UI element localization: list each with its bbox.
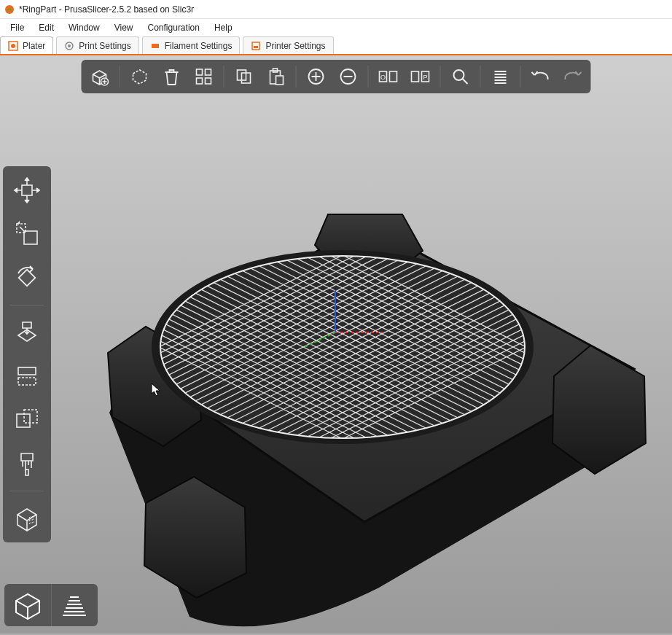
tab-filament-settings-label: Filament Settings [165, 41, 233, 51]
separator [10, 305, 44, 305]
split-objects-button[interactable]: O [375, 63, 402, 90]
search-button[interactable] [447, 63, 474, 90]
menu-window[interactable]: Window [61, 21, 107, 34]
instance-remove-button[interactable] [335, 63, 362, 90]
separator [440, 66, 441, 87]
separator [368, 66, 369, 87]
svg-point-0 [5, 5, 14, 14]
paint-tool[interactable] [9, 445, 45, 482]
menubar: File Edit Window View Configuration Help [0, 19, 672, 36]
svg-text:P: P [423, 74, 427, 81]
hollow-tool[interactable] [9, 402, 45, 438]
filament-icon [150, 41, 160, 51]
svg-rect-98 [24, 410, 37, 423]
layers-button[interactable] [487, 63, 515, 90]
svg-rect-7 [254, 46, 258, 48]
svg-point-4 [68, 44, 71, 47]
svg-rect-91 [22, 185, 32, 195]
viewport-3d[interactable]: O P [0, 55, 672, 634]
svg-rect-75 [197, 78, 203, 84]
svg-rect-85 [390, 71, 397, 82]
copy-button[interactable] [230, 63, 258, 90]
menu-configuration[interactable]: Configuration [141, 21, 207, 34]
svg-text:O: O [380, 74, 386, 81]
tab-print-settings-label: Print Settings [79, 41, 130, 51]
printer-icon [251, 41, 261, 51]
tab-printer-settings[interactable]: Printer Settings [243, 36, 333, 54]
separator [296, 66, 297, 87]
svg-point-2 [11, 44, 15, 48]
svg-rect-97 [17, 414, 30, 427]
app-icon [4, 4, 15, 15]
paste-button[interactable] [262, 63, 290, 90]
preview-view-button[interactable] [52, 584, 98, 626]
undo-button[interactable] [527, 63, 555, 90]
separator [520, 66, 521, 87]
gear-icon [64, 41, 74, 51]
separator [10, 491, 44, 491]
svg-rect-96 [18, 378, 36, 385]
separator [224, 66, 224, 87]
svg-rect-99 [26, 470, 28, 475]
tabbar: Plater Print Settings Filament Settings … [0, 36, 672, 55]
svg-rect-81 [276, 76, 284, 85]
svg-rect-95 [18, 367, 36, 375]
left-toolbar [3, 166, 51, 542]
arrange-button[interactable] [190, 63, 218, 90]
svg-rect-94 [19, 270, 36, 287]
tab-filament-settings[interactable]: Filament Settings [142, 36, 241, 54]
cursor-icon [151, 383, 161, 397]
svg-rect-5 [152, 44, 159, 48]
tab-printer-settings-label: Printer Settings [265, 41, 325, 51]
menu-help[interactable]: Help [207, 21, 240, 34]
add-button[interactable] [86, 63, 114, 90]
cut-tool[interactable] [9, 358, 45, 394]
titlebar: *RingPart - PrusaSlicer-2.5.2 based on S… [0, 0, 672, 19]
tab-plater[interactable]: Plater [0, 36, 53, 54]
tab-plater-label: Plater [23, 41, 45, 51]
top-toolbar: O P [82, 60, 591, 93]
instance-add-button[interactable] [302, 63, 330, 90]
menu-edit[interactable]: Edit [31, 21, 61, 34]
redo-button[interactable] [559, 63, 587, 90]
window-title: *RingPart - PrusaSlicer-2.5.2 based on S… [19, 4, 194, 15]
split-parts-button[interactable]: P [407, 63, 434, 90]
separator [120, 66, 120, 87]
build-plate-scene [0, 55, 672, 634]
place-on-face-tool[interactable] [9, 314, 45, 351]
svg-rect-76 [206, 78, 211, 84]
plater-icon [8, 41, 18, 51]
svg-rect-87 [412, 71, 419, 82]
separator [480, 66, 481, 87]
move-tool[interactable] [9, 172, 45, 209]
menu-view[interactable]: View [107, 21, 141, 34]
scale-tool[interactable] [9, 216, 45, 252]
rotate-tool[interactable] [9, 260, 45, 296]
view-mode-toggle [4, 584, 98, 626]
tab-print-settings[interactable]: Print Settings [56, 36, 138, 54]
variable-layer-tool[interactable] [9, 500, 45, 537]
svg-rect-74 [206, 69, 211, 75]
svg-rect-73 [197, 69, 203, 75]
delete-button[interactable] [126, 63, 154, 90]
svg-rect-92 [24, 231, 37, 244]
menu-file[interactable]: File [3, 21, 31, 34]
svg-point-90 [454, 70, 464, 80]
editor-view-button[interactable] [4, 584, 52, 626]
delete-all-button[interactable] [158, 63, 186, 90]
